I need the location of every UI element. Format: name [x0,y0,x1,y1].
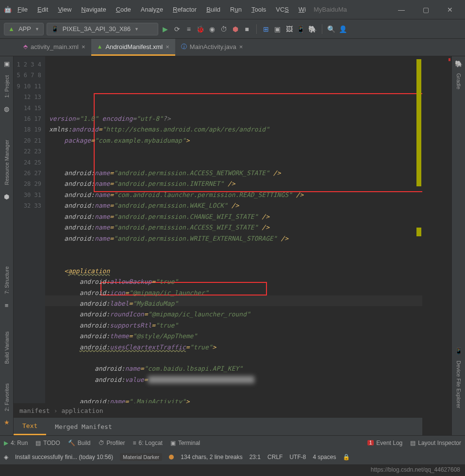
bottom-terminal[interactable]: ▣ Terminal [170,440,200,446]
bottom-inspector[interactable]: ▤ Layout Inspector [410,440,461,446]
status-bar: ◈ Install successfully fini... (today 10… [0,450,465,464]
close-icon[interactable]: × [166,43,169,50]
apply-code-icon[interactable]: ≡ [184,25,193,33]
editor-subtabs: Text Merged Manifest [14,418,451,435]
rail-gradle[interactable]: Gradle [456,71,462,91]
attach-debugger-icon[interactable]: ⬢ [231,25,240,33]
menu-build[interactable]: Build [202,4,224,15]
title-bar: 🤖 File Edit View Navigate Code Analyze R… [0,0,465,19]
menu-tools[interactable]: Tools [248,4,270,15]
gradle-icon[interactable]: 🐘 [455,60,463,67]
search-icon[interactable]: 🔍 [327,25,336,33]
tab-main-activity[interactable]: ⓙ MainActivity.java × [175,39,249,56]
menu-window[interactable]: Wi [295,4,310,15]
bottom-profiler[interactable]: ⏱ Profiler [99,440,125,446]
android-logo-icon: 🤖 [4,6,12,13]
bottom-build[interactable]: 🔨 Build [68,440,91,446]
debug-icon[interactable]: 🐞 [196,25,205,33]
tab-label: AndroidManifest.xml [105,43,163,50]
line-ending[interactable]: CRLF [267,454,282,460]
menu-vcs[interactable]: VCS [272,4,293,15]
tab-label: activity_main.xml [31,43,79,50]
resource-manager-icon[interactable]: 🖼 [285,25,294,33]
stop-icon[interactable]: ■ [243,25,251,33]
menu-analyze[interactable]: Analyze [137,4,167,15]
coverage-icon[interactable]: ◉ [208,25,216,33]
rail-resource-manager[interactable]: Resource Manager [4,138,10,187]
rail-favorites[interactable]: 2: Favorites [4,381,10,413]
status-dot-icon [169,455,174,460]
device-manager-icon[interactable]: 📱 [297,25,305,33]
menu-edit[interactable]: Edit [33,4,52,15]
bottom-run[interactable]: ▶4: Run [4,440,28,446]
rail-project[interactable]: 1: Project [4,73,10,99]
apply-changes-icon[interactable]: ⟳ [173,25,182,33]
gradle-sync-icon[interactable]: 🐘 [308,25,317,33]
project-name: MyBaiduMa [314,6,347,13]
run-config-dropdown[interactable]: ▲ APP ▼ [4,23,44,35]
bottom-todo[interactable]: ▤ TODO [35,440,60,446]
menu-code[interactable]: Code [112,4,135,15]
subtab-merged[interactable]: Merged Manifest [46,418,120,435]
run-button[interactable]: ▶ [161,25,170,33]
phone-icon: 📱 [51,25,59,33]
encoding[interactable]: UTF-8 [289,454,306,460]
left-tool-rail: ▣ 1: Project ◍ Resource Manager ⬢ 7: Str… [0,56,14,435]
subtab-text[interactable]: Text [14,418,46,435]
maximize-button[interactable]: ▢ [415,6,437,14]
avd-manager-icon[interactable]: ⊞ [262,25,270,33]
project-tool-icon[interactable]: ▣ [4,60,10,67]
sdk-manager-icon[interactable]: ▣ [273,25,282,33]
lock-icon[interactable]: 🔒 [343,454,350,460]
bottom-logcat[interactable]: ≡ 6: Logcat [133,440,163,446]
xml-icon: ⬘ [23,43,28,50]
tab-manifest[interactable]: ▲ AndroidManifest.xml × [91,39,175,56]
line-gutter: 1 2 3 4 5 6 7 8 9 10 11 12 13 14 15 16 1… [14,56,45,403]
run-config-label: APP [18,25,31,33]
chevron-right-icon: › [54,407,58,414]
main-content: ▣ 1: Project ◍ Resource Manager ⬢ 7: Str… [0,56,465,435]
rail-structure[interactable]: 7: Structure [4,264,10,296]
globe-icon[interactable]: ◍ [4,105,9,113]
bottom-eventlog[interactable]: 1Event Log [367,440,403,446]
profile-icon[interactable]: ⏱ [219,25,228,33]
watermark: https://blog.csdn.net/qq_44627608 [371,466,460,473]
menu-navigate[interactable]: Navigate [77,4,110,15]
star-icon[interactable]: ★ [4,419,10,426]
android-icon: ▲ [8,25,15,33]
avatar-icon[interactable]: 👤 [339,25,348,33]
close-window-button[interactable]: ✕ [439,6,461,14]
device-explorer-icon[interactable]: 📱 [455,347,463,355]
close-icon[interactable]: × [82,43,85,50]
device-dropdown[interactable]: 📱 PIXEL_3A_API_30_X86 ▼ [47,23,158,35]
editor-tabs: ⬘ activity_main.xml × ▲ AndroidManifest.… [0,39,465,56]
minimap[interactable] [422,56,451,403]
device-label: PIXEL_3A_API_30_X86 [63,25,131,33]
menu-view[interactable]: View [54,4,75,15]
structure-icon[interactable]: ≡ [5,302,9,309]
resource-icon[interactable]: ⬢ [4,193,9,200]
rail-build-variants[interactable]: Build Variants [4,329,10,366]
code-content[interactable]: version="1.0" encoding="utf-8"?> xmlns:a… [45,56,451,403]
rail-device-explorer[interactable]: Device File Explorer [456,359,462,410]
tab-label: MainActivity.java [190,43,236,50]
code-editor[interactable]: 1 2 3 4 5 6 7 8 9 10 11 12 13 14 15 16 1… [14,56,451,435]
indent[interactable]: 4 spaces [313,454,336,460]
bottom-tool-bar: ▶4: Run ▤ TODO 🔨 Build ⏱ Profiler ≡ 6: L… [0,435,465,450]
android-icon: ▲ [97,43,103,50]
breadcrumb: manifest › application [14,403,451,418]
close-icon[interactable]: × [239,43,243,50]
minimize-button[interactable]: — [390,6,413,14]
menu-run[interactable]: Run [226,4,246,15]
breadcrumb-item[interactable]: application [61,407,103,414]
cursor-position[interactable]: 23:1 [249,454,261,460]
diamond-icon: ◈ [4,454,8,460]
menu-refactor[interactable]: Refactor [169,4,200,15]
right-tool-rail: 🐘 Gradle 📱 Device File Explorer [451,56,465,435]
theme-pill[interactable]: Material Darker [120,453,162,461]
breadcrumb-item[interactable]: manifest [19,407,50,414]
menu-file[interactable]: File [14,4,32,15]
java-icon: ⓙ [181,43,187,51]
status-message: Install successfully fini... (today 10:5… [15,454,113,460]
tab-activity-main[interactable]: ⬘ activity_main.xml × [17,39,91,56]
